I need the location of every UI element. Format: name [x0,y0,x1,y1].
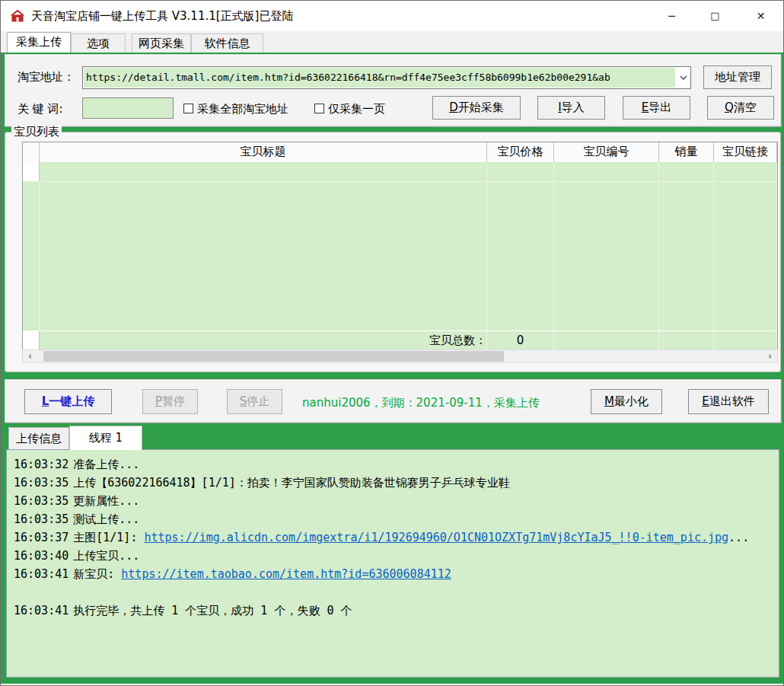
table-row-cell [487,162,554,181]
app-logo-house-icon [10,8,25,24]
log-timestamp: 16:03:35 [14,512,69,526]
scroll-left-icon[interactable]: ‹ [24,350,37,362]
log-line: 16:03:41执行完毕，共上传 1 个宝贝，成功 1 个，失败 0 个 [14,601,772,620]
collect-panel: 淘宝地址： https://detail.tmall.com/item.htm?… [5,54,781,126]
tab-web-collect[interactable]: 网页采集 [132,34,191,53]
titlebar: 天音淘宝店铺一键上传工具 V3.11.1[正式版]已登陆 ─ □ ✕ [1,1,784,31]
exit-app-button[interactable]: E退出软件 [688,389,769,414]
horizontal-scrollbar[interactable]: ‹ › [22,349,778,363]
log-timestamp: 16:03:32 [14,458,69,471]
log-timestamp: 16:03:40 [14,549,69,563]
log-line: 16:03:32准备上传... [14,455,772,474]
import-button[interactable]: I导入 [537,96,605,120]
log-message: 准备上传... [73,458,139,471]
table-row-cell [40,162,487,181]
log-link[interactable]: https://item.taobao.com/item.htm?id=6360… [121,567,451,581]
table-header-row-cell: 宝贝链接 [714,142,777,162]
log-line: 16:03:35测试上传... [14,510,772,528]
one-page-checkbox-label[interactable]: 仅采集一页 [328,102,385,116]
table-empty-area [23,181,777,330]
minimize-window-icon[interactable]: ─ [654,1,690,31]
collect-all-checkbox-label[interactable]: 采集全部淘宝地址 [197,102,288,116]
tab-software-info[interactable]: 软件信息 [191,34,263,53]
log-link[interactable]: https://img.alicdn.com/imgextra/i1/19269… [144,531,728,544]
address-manage-button[interactable]: 地址管理 [703,65,772,89]
keyword-input[interactable] [82,97,174,119]
taobao-address-label: 淘宝地址： [18,70,75,85]
log-timestamp: 16:03:41 [14,567,69,581]
pause-button: P暂停 [142,389,198,414]
license-status-text: nanhui2006，到期：2021-09-11，采集上传 [302,396,540,410]
table-header-row: 宝贝标题宝贝价格宝贝编号销量宝贝链接 [23,142,777,162]
app-window: 天音淘宝店铺一键上传工具 V3.11.1[正式版]已登陆 ─ □ ✕ 采集上传 … [0,0,784,686]
table-row-cell [714,162,777,181]
menu-tabbar: 采集上传 选项 网页采集 软件信息 [1,31,784,53]
log-timestamp: 16:03:35 [14,476,69,490]
upload-log-panel[interactable]: 16:03:32准备上传...16:03:35上传【636022166418】[… [6,449,779,678]
table-row-cell [554,162,659,181]
log-line: 16:03:37主图[1/1]: https://img.alicdn.com/… [14,528,772,547]
log-message: 执行完毕，共上传 1 个宝贝，成功 1 个，失败 0 个 [73,604,352,617]
log-timestamp: 16:03:37 [14,531,69,544]
log-line: 16:03:35上传【636022166418】[1/1]：拍卖！李宁国家队赞助… [14,474,772,492]
table-header-row-cell: 宝贝价格 [487,142,554,162]
export-button[interactable]: E导出 [623,96,690,120]
one-page-checkbox[interactable] [314,104,324,113]
log-message-suffix: ... [728,531,749,544]
taobao-address-combobox[interactable]: https://detail.tmall.com/item.htm?id=636… [82,66,691,89]
product-list-group-label: 宝贝列表 [11,125,62,139]
collect-all-checkbox[interactable] [183,104,193,113]
one-click-upload-button[interactable]: L一键上传 [24,389,112,414]
stop-button: S停止 [227,389,282,414]
window-title: 天音淘宝店铺一键上传工具 V3.11.1[正式版]已登陆 [31,1,293,31]
table-total-row-cell [714,331,777,350]
log-blank-line [14,583,772,601]
table-total-row: 宝贝总数：0 [23,330,777,350]
scroll-right-icon[interactable]: › [763,350,776,362]
table-empty-area-cell [40,182,487,330]
log-timestamp: 16:03:35 [14,494,69,508]
log-line: 16:03:41新宝贝: https://item.taobao.com/ite… [14,565,772,583]
scrollbar-thumb[interactable] [43,351,504,362]
log-message: 新宝贝: [73,567,121,581]
action-bar: L一键上传 P暂停 S停止 nanhui2006，到期：2021-09-11，采… [5,379,781,423]
table-header-row-cell: 销量 [659,142,714,162]
table-empty-area-cell [23,182,40,330]
table-row-cell [23,162,40,181]
log-line: 16:03:35更新属性... [14,492,772,510]
tab-options[interactable]: 选项 [71,34,126,53]
log-message: 上传【636022166418】[1/1]：拍卖！李宁国家队赞助装备世锦赛男子乒… [73,476,510,490]
keyword-label: 关 键 词: [18,102,63,116]
table-header-row-cell: 宝贝标题 [40,142,487,162]
log-message: 更新属性... [73,494,139,508]
chevron-down-icon[interactable] [676,67,690,88]
table-row [23,162,777,181]
table-empty-area-cell [487,182,554,330]
close-window-icon[interactable]: ✕ [743,1,779,31]
table-empty-area-cell [554,182,659,330]
table-empty-area-cell [659,182,714,330]
log-message: 上传宝贝... [73,549,139,563]
table-row-cell [659,162,714,181]
log-line: 16:03:40上传宝贝... [14,547,772,565]
table-header-row-cell: 宝贝编号 [554,142,659,162]
table-total-row-cell [23,331,40,350]
tab-collect-upload[interactable]: 采集上传 [7,32,71,53]
product-table[interactable]: 宝贝标题宝贝价格宝贝编号销量宝贝链接宝贝总数：0 [22,142,778,349]
clear-button[interactable]: Q清空 [707,96,774,120]
log-message: 主图[1/1]: [73,531,144,544]
tab-upload-info[interactable]: 上传信息 [8,427,69,449]
minimize-app-button[interactable]: M最小化 [591,389,662,414]
table-total-row-cell: 宝贝总数： [40,331,487,350]
table-empty-area-cell [714,182,777,330]
tab-thread-1[interactable]: 线程 1 [69,426,142,450]
log-message: 测试上传... [73,512,139,526]
maximize-window-icon[interactable]: □ [697,1,733,31]
table-header-row-cell [23,142,40,162]
log-timestamp: 16:03:41 [14,604,69,617]
taobao-address-value[interactable]: https://detail.tmall.com/item.htm?id=636… [84,68,675,88]
start-collect-button[interactable]: D开始采集 [432,96,521,120]
table-total-row-cell: 0 [487,331,554,350]
table-total-row-cell [554,331,659,350]
table-total-row-cell [659,331,714,350]
